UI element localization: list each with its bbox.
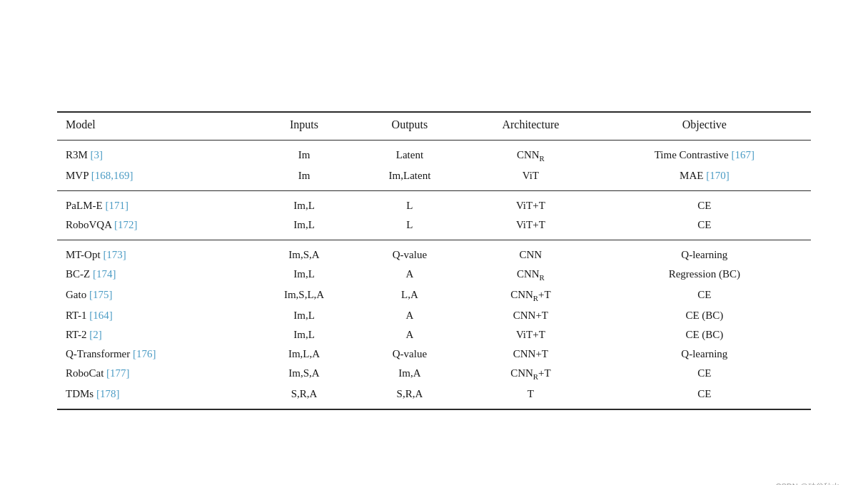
table-row: Q-Transformer [176] Im,L,A Q-value CNN+T… [57,344,811,364]
cell-inputs: Im,L [252,215,356,240]
watermark: CSDN @硅谷秋水 [776,481,839,485]
cell-architecture: T [463,384,598,409]
cell-model: Gato [175] [57,285,252,306]
cell-architecture: ViT+T [463,190,598,215]
cell-inputs: Im,L [252,190,356,215]
cell-objective: CE (BC) [598,325,811,344]
ref-link[interactable]: [164] [89,310,113,321]
cell-outputs: Latent [356,140,463,166]
table-row: PaLM-E [171] Im,L L ViT+T CE [57,190,811,215]
ref-link[interactable]: [178] [96,388,120,399]
col-inputs: Inputs [252,112,356,141]
table-row: BC-Z [174] Im,L A CNNR Regression (BC) [57,265,811,285]
cell-model: RT-1 [164] [57,306,252,325]
cell-architecture: CNNR [463,265,598,285]
table-row: R3M [3] Im Latent CNNR Time Contrastive … [57,140,811,166]
cell-objective: Q-learning [598,344,811,364]
col-outputs: Outputs [356,112,463,141]
cell-inputs: Im,S,A [252,364,356,384]
cell-architecture: ViT+T [463,325,598,344]
cell-objective: CE [598,285,811,306]
ref-link[interactable]: [177] [106,367,130,379]
cell-architecture: CNNR+T [463,364,598,384]
ref-link[interactable]: [174] [93,268,116,280]
cell-outputs: A [356,325,463,344]
cell-outputs: L [356,190,463,215]
cell-inputs: Im,L [252,265,356,285]
cell-objective: Time Contrastive [167] [598,140,811,166]
cell-outputs: A [356,265,463,285]
page-wrapper: Model Inputs Outputs Architecture Object… [14,14,854,485]
table-row: TDMs [178] S,R,A S,R,A T CE [57,384,811,409]
cell-outputs: L [356,215,463,240]
ref-link[interactable]: [171] [105,200,128,211]
cell-architecture: CNNR [463,140,598,166]
cell-model: RT-2 [2] [57,325,252,344]
cell-model: MT-Opt [173] [57,240,252,265]
cell-inputs: Im,L [252,306,356,325]
table-row: RoboVQA [172] Im,L L ViT+T CE [57,215,811,240]
cell-inputs: Im,L [252,325,356,344]
cell-model: R3M [3] [57,140,252,166]
cell-outputs: S,R,A [356,384,463,409]
col-model: Model [57,112,252,141]
cell-objective: CE [598,364,811,384]
cell-objective: MAE [170] [598,166,811,191]
cell-outputs: A [356,306,463,325]
cell-architecture: CNN+T [463,306,598,325]
ref-link[interactable]: [168,169] [91,170,133,181]
cell-objective: Regression (BC) [598,265,811,285]
table-row: Gato [175] Im,S,L,A L,A CNNR+T CE [57,285,811,306]
ref-link[interactable]: [176] [133,348,156,359]
ref-link[interactable]: [170] [706,170,730,181]
cell-objective: Q-learning [598,240,811,265]
cell-outputs: Q-value [356,240,463,265]
cell-outputs: Q-value [356,344,463,364]
cell-objective: CE (BC) [598,306,811,325]
ref-link[interactable]: [167] [732,149,755,160]
cell-inputs: Im,S,L,A [252,285,356,306]
cell-model: MVP [168,169] [57,166,252,191]
ref-link[interactable]: [172] [114,219,138,230]
cell-architecture: CNN [463,240,598,265]
ref-link[interactable]: [2] [89,329,102,340]
table-container: Model Inputs Outputs Architecture Object… [57,111,811,410]
table-row: MVP [168,169] Im Im,Latent ViT MAE [170] [57,166,811,191]
cell-model: Q-Transformer [176] [57,344,252,364]
main-table: Model Inputs Outputs Architecture Object… [57,111,811,410]
cell-inputs: Im,L,A [252,344,356,364]
cell-model: RoboCat [177] [57,364,252,384]
ref-link[interactable]: [3] [91,149,104,160]
cell-outputs: L,A [356,285,463,306]
cell-inputs: Im,S,A [252,240,356,265]
table-row: RT-1 [164] Im,L A CNN+T CE (BC) [57,306,811,325]
cell-objective: CE [598,384,811,409]
cell-outputs: Im,A [356,364,463,384]
cell-architecture: ViT [463,166,598,191]
cell-objective: CE [598,215,811,240]
cell-model: BC-Z [174] [57,265,252,285]
ref-link[interactable]: [173] [103,249,126,260]
cell-inputs: S,R,A [252,384,356,409]
cell-inputs: Im [252,166,356,191]
col-architecture: Architecture [463,112,598,141]
cell-model: RoboVQA [172] [57,215,252,240]
cell-model: PaLM-E [171] [57,190,252,215]
cell-architecture: CNN+T [463,344,598,364]
table-row: RoboCat [177] Im,S,A Im,A CNNR+T CE [57,364,811,384]
cell-model: TDMs [178] [57,384,252,409]
table-header-row: Model Inputs Outputs Architecture Object… [57,112,811,141]
table-row: MT-Opt [173] Im,S,A Q-value CNN Q-learni… [57,240,811,265]
table-row: RT-2 [2] Im,L A ViT+T CE (BC) [57,325,811,344]
cell-architecture: CNNR+T [463,285,598,306]
ref-link[interactable]: [175] [89,289,113,300]
cell-architecture: ViT+T [463,215,598,240]
cell-inputs: Im [252,140,356,166]
col-objective: Objective [598,112,811,141]
cell-objective: CE [598,190,811,215]
cell-outputs: Im,Latent [356,166,463,191]
